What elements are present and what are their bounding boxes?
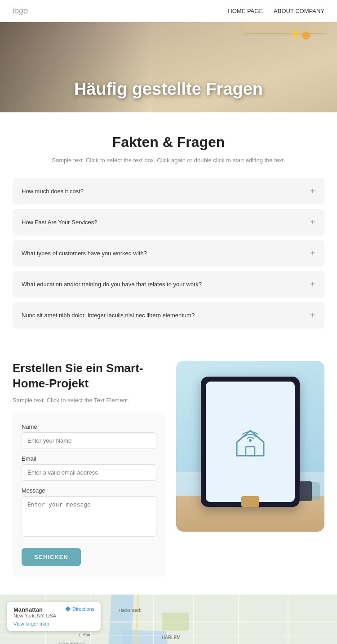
map-popup: Manhattan New York, NY, USA View larger …	[7, 602, 101, 631]
form-group-name: Name	[22, 423, 156, 449]
smart-home-image	[176, 361, 324, 532]
faq-item-5[interactable]: Nunc sit amet nibh dolor. Integer iaculi…	[13, 302, 324, 329]
faq-question-3: What types of customers have you worked …	[22, 250, 147, 257]
faq-item-4[interactable]: What education and/or training do you ha…	[13, 271, 324, 298]
map-label-clifton: Clifton	[79, 633, 90, 637]
faq-expand-icon-1: +	[310, 186, 315, 196]
smart-home-right	[176, 361, 324, 532]
map-label-hacken: Hackensack	[119, 608, 141, 613]
tablet-device	[201, 377, 300, 507]
smart-home-heading: Erstellen Sie ein Smart-Home-Projekt	[13, 361, 165, 391]
nav-link-home[interactable]: HOME PAGE	[228, 8, 263, 14]
tablet-screen	[206, 382, 295, 502]
faq-section: Fakten & Fragen Sample text. Click to se…	[0, 112, 337, 343]
faq-expand-icon-4: +	[310, 279, 315, 289]
map-popup-subtitle: New York, NY, USA	[13, 613, 56, 618]
logo: logo	[13, 6, 28, 16]
smart-home-left: Erstellen Sie ein Smart-Home-Projekt Sam…	[13, 361, 165, 577]
message-label: Message	[22, 487, 156, 494]
nav-link-about[interactable]: ABOUT COMPANY	[274, 8, 324, 14]
faq-item-2[interactable]: How Fast Are Your Services? +	[13, 209, 324, 235]
faq-question-2: How Fast Are Your Services?	[22, 219, 97, 226]
navbar: logo HOME PAGE ABOUT COMPANY	[0, 0, 337, 22]
faq-item-1[interactable]: How much does it cost? +	[13, 178, 324, 204]
email-label: Email	[22, 455, 156, 462]
faq-question-5: Nunc sit amet nibh dolor. Integer iaculi…	[22, 312, 195, 319]
map-popup-title: Manhattan	[13, 606, 56, 613]
faq-expand-icon-5: +	[310, 310, 315, 320]
faq-item-3[interactable]: What types of customers have you worked …	[13, 240, 324, 266]
map-section: MANHATTAN Newark New York BROOKLYN QUEEN…	[0, 595, 337, 644]
directions-icon	[65, 606, 71, 612]
contact-form: Name Email Message SCHICKEN	[13, 413, 165, 577]
map-label-harlem: HARLEM	[162, 635, 181, 640]
view-larger-map-link[interactable]: View larger map	[13, 621, 56, 626]
smart-home-icon	[230, 421, 270, 463]
smart-home-description: Sample text. Click to select the Text El…	[13, 397, 165, 404]
faq-question-4: What education and/or training do you ha…	[22, 281, 202, 288]
faq-expand-icon-3: +	[310, 248, 315, 258]
svg-rect-0	[246, 447, 255, 456]
hero-title: Häufig gestellte Fragen	[0, 80, 337, 99]
email-input[interactable]	[22, 464, 156, 481]
form-group-email: Email	[22, 455, 156, 481]
faq-subtitle: Sample text. Click to select the text bo…	[13, 157, 324, 164]
faq-list: How much does it cost? + How Fast Are Yo…	[13, 178, 324, 329]
name-input[interactable]	[22, 432, 156, 449]
nav-links: HOME PAGE ABOUT COMPANY	[228, 8, 324, 14]
smart-home-section: Erstellen Sie ein Smart-Home-Projekt Sam…	[0, 343, 337, 595]
name-label: Name	[22, 423, 156, 430]
directions-label: Directions	[72, 606, 94, 612]
faq-expand-icon-2: +	[310, 217, 315, 227]
message-input[interactable]	[22, 496, 156, 537]
directions-link[interactable]: Directions	[65, 606, 94, 612]
submit-button[interactable]: SCHICKEN	[22, 548, 81, 566]
faq-heading: Fakten & Fragen	[13, 134, 324, 151]
faq-question-1: How much does it cost?	[22, 188, 84, 195]
map-label-jersey: NEW JERSEY	[58, 642, 85, 644]
svg-point-1	[249, 439, 252, 442]
form-group-message: Message	[22, 487, 156, 538]
